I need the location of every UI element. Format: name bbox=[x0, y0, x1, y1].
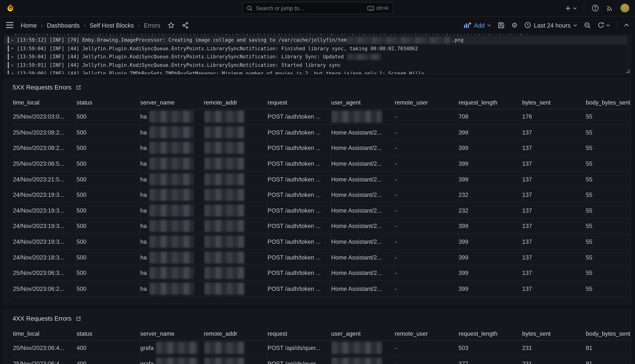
expand-log-icon[interactable]: > bbox=[11, 71, 14, 74]
log-message: [13:59:04] [INF] [44] Jellyfin.Plugin.Ko… bbox=[17, 54, 347, 60]
log-row[interactable]: >[13:59:04] [INF] [44] Jellyfin.Plugin.K… bbox=[4, 53, 627, 61]
expand-log-icon[interactable]: > bbox=[11, 46, 14, 51]
cell-server_name: ha bbox=[140, 218, 204, 234]
save-dashboard-icon[interactable] bbox=[498, 22, 504, 28]
cell-time_local: 24/Nov/2023:21:5... bbox=[13, 172, 76, 187]
column-header-request[interactable]: request bbox=[268, 96, 331, 109]
cell-value: 500 bbox=[76, 238, 86, 245]
news-rss-icon[interactable] bbox=[606, 5, 613, 12]
new-menu-button[interactable] bbox=[565, 5, 577, 11]
log-row[interactable]: >[13:59:01] [INF] [44] Jellyfin.Plugin.K… bbox=[4, 61, 627, 69]
cell-request_length: 232 bbox=[458, 203, 522, 218]
redacted-blur bbox=[204, 142, 244, 154]
column-header-label: body_bytes_sent bbox=[586, 99, 630, 106]
column-header-remote_user[interactable]: remote_user bbox=[395, 96, 458, 109]
menu-toggle-icon[interactable] bbox=[6, 22, 14, 28]
cell-value: ha bbox=[140, 223, 147, 230]
column-header-user_agent[interactable]: user_agent bbox=[331, 96, 395, 109]
add-panel-button[interactable]: Add bbox=[464, 22, 491, 28]
cell-value: POST /auth/token ... bbox=[268, 114, 321, 120]
cell-value: 25/Nov/2023:03:0... bbox=[13, 114, 64, 120]
cell-request: POST /auth/token ... bbox=[268, 250, 331, 265]
column-header-time_local[interactable]: time_local bbox=[13, 96, 76, 109]
refresh-interval-chevron-icon[interactable] bbox=[606, 24, 610, 26]
cell-bytes_sent: 176 bbox=[522, 109, 586, 124]
column-header-request_length[interactable]: request_length bbox=[458, 96, 522, 109]
cell-remote_addr bbox=[204, 250, 268, 265]
log-row[interactable]: >[13:59:00] [INF] [44] Jellyfin.Plugin.T… bbox=[4, 70, 627, 74]
table-row: 24/Nov/2023:19:3...500haPOST /auth/token… bbox=[13, 187, 630, 203]
cell-request_length: 399 bbox=[458, 250, 522, 265]
log-row[interactable]: >[13:59:04] [INF] [44] Jellyfin.Plugin.K… bbox=[4, 44, 627, 53]
chevron-down-icon bbox=[574, 24, 577, 26]
cell-time_local: 25/Nov/2023:08:2... bbox=[13, 140, 76, 156]
redacted-blur bbox=[149, 158, 194, 170]
cell-value: ha bbox=[140, 176, 147, 182]
cell-bytes_sent: 137 bbox=[522, 250, 586, 265]
cell-bytes_sent: 231 bbox=[522, 356, 586, 364]
refresh-button[interactable] bbox=[598, 22, 610, 28]
column-header-remote_addr[interactable]: remote_addr bbox=[204, 328, 268, 340]
column-header-server_name[interactable]: server_name bbox=[140, 328, 204, 340]
cell-value: 399 bbox=[458, 254, 468, 261]
column-header-bytes_sent[interactable]: bytes_sent bbox=[522, 328, 586, 340]
share-icon[interactable] bbox=[182, 22, 189, 28]
column-header-body_bytes_sent[interactable]: body_bytes_sent bbox=[586, 96, 630, 109]
favorite-star-icon[interactable] bbox=[168, 22, 174, 28]
clipped-log-row bbox=[15, 34, 529, 35]
redacted-blur bbox=[348, 37, 451, 43]
cell-time_local: 25/Nov/2023:06:2... bbox=[13, 281, 76, 296]
column-header-request_length[interactable]: request_length bbox=[458, 328, 522, 340]
redacted-blur bbox=[204, 236, 244, 248]
cell-remote_user: - bbox=[395, 156, 458, 171]
panel-resize-handle[interactable] bbox=[626, 70, 629, 73]
table-row: 24/Nov/2023:19:3...500haPOST /auth/token… bbox=[13, 203, 630, 218]
cell-server_name: ha bbox=[140, 250, 204, 265]
cell-remote_addr bbox=[204, 356, 268, 364]
user-avatar[interactable] bbox=[620, 4, 629, 12]
breadcrumb-item-dashboards[interactable]: Dashboards bbox=[47, 22, 80, 28]
dashboard-settings-icon[interactable]: ⚙ bbox=[511, 22, 518, 28]
column-header-server_name[interactable]: server_name bbox=[140, 96, 204, 109]
column-header-request[interactable]: request bbox=[268, 328, 331, 340]
collapse-controls-icon[interactable] bbox=[624, 24, 629, 27]
column-header-status[interactable]: status bbox=[76, 328, 140, 340]
cell-server_name: grafa bbox=[140, 356, 204, 364]
cell-request_length: 708 bbox=[458, 109, 522, 124]
expand-log-icon[interactable]: > bbox=[11, 38, 14, 43]
cell-server_name: ha bbox=[140, 140, 204, 156]
external-link-icon[interactable] bbox=[76, 316, 81, 322]
redacted-blur bbox=[204, 358, 244, 364]
breadcrumb-item-home[interactable]: Home bbox=[21, 22, 37, 28]
panel-title[interactable]: 5XX Requests Errors bbox=[12, 84, 72, 91]
redacted-blur bbox=[204, 158, 244, 170]
external-link-icon[interactable] bbox=[76, 84, 81, 90]
column-header-bytes_sent[interactable]: bytes_sent bbox=[522, 96, 586, 109]
top-bar: Search or jump to... ctrl+k bbox=[0, 0, 635, 16]
expand-log-icon[interactable]: > bbox=[11, 54, 14, 60]
clock-icon bbox=[524, 22, 531, 28]
cell-request_length: 399 bbox=[458, 156, 522, 171]
log-row[interactable]: >[13:59:12] [INF] [70] Emby.Drawing.Imag… bbox=[4, 36, 627, 44]
column-header-status[interactable]: status bbox=[76, 96, 140, 109]
column-header-user_agent[interactable]: user_agent bbox=[331, 328, 395, 340]
column-header-body_bytes_sent[interactable]: body_bytes_sent bbox=[586, 328, 630, 340]
cell-request: POST /auth/token ... bbox=[268, 203, 331, 218]
column-header-label: remote_addr bbox=[204, 330, 237, 337]
cell-value: POST /auth/token ... bbox=[268, 192, 321, 198]
expand-log-icon[interactable]: > bbox=[11, 63, 14, 68]
log-level-bar bbox=[8, 62, 9, 68]
column-header-remote_addr[interactable]: remote_addr bbox=[204, 96, 268, 109]
column-header-remote_user[interactable]: remote_user bbox=[395, 328, 458, 340]
cell-remote_addr bbox=[204, 340, 268, 356]
search-input[interactable]: Search or jump to... ctrl+k bbox=[242, 2, 393, 14]
panel-title[interactable]: 4XX Requests Errors bbox=[12, 315, 72, 322]
column-header-label: server_name bbox=[140, 330, 175, 337]
breadcrumb-item-self-host-blocks[interactable]: Self Host Blocks bbox=[90, 22, 134, 28]
column-header-time_local[interactable]: time_local bbox=[13, 328, 76, 340]
cell-bytes_sent: 137 bbox=[522, 125, 586, 140]
grafana-logo-icon[interactable] bbox=[6, 4, 15, 13]
time-range-picker[interactable]: Last 24 hours bbox=[524, 22, 577, 28]
help-icon[interactable] bbox=[592, 4, 599, 12]
zoom-out-icon[interactable] bbox=[584, 22, 591, 28]
